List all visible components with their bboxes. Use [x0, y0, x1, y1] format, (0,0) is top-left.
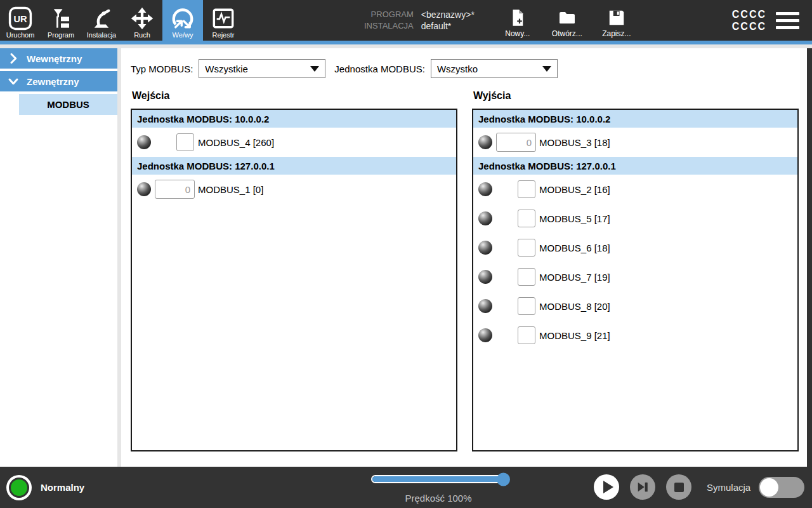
speed-slider-track[interactable] — [371, 475, 506, 483]
io-checkbox[interactable] — [518, 210, 535, 227]
polyscope-screen: UR Uruchom Program — [0, 0, 812, 508]
play-button[interactable] — [594, 474, 619, 500]
io-label: MODBUS_2 [16] — [539, 184, 610, 195]
io-checkbox[interactable] — [176, 133, 194, 151]
chevron-down-icon — [8, 76, 19, 87]
outputs-section: Wyjścia Jednostka MODBUS: 10.0.0.2MODBUS… — [472, 78, 799, 451]
modbus-unit-value: Wszystko — [437, 64, 478, 74]
filter-bar: Typ MODBUS: Wszystkie Jednostka MODBUS: … — [131, 59, 812, 78]
program-info: PROGRAM INSTALACJA <beznazwy>* default* — [364, 0, 475, 41]
io-status-icon — [478, 328, 492, 342]
io-label: MODBUS_9 [21] — [539, 330, 610, 341]
speed-slider-fill — [372, 476, 504, 482]
io-checkbox[interactable] — [518, 268, 535, 286]
sidebar: Wewnętrzny Zewnętrzny MODBUS — [0, 48, 117, 467]
tab-instalacja[interactable]: Instalacja — [81, 0, 122, 41]
io-status-icon — [478, 241, 492, 255]
tab-program[interactable]: Program — [41, 0, 81, 41]
io-status-icon — [478, 135, 492, 149]
modbus-unit-header: Jednostka MODBUS: 127.0.0.1 — [132, 157, 456, 175]
io-row: MODBUS_7 [19] — [473, 262, 797, 291]
stop-button[interactable] — [666, 474, 691, 500]
tab-label: Rejestr — [213, 32, 235, 39]
action-label: Zapisz... — [602, 29, 631, 38]
sidebar-item-modbus[interactable]: MODBUS — [19, 94, 117, 115]
io-row: MODBUS_9 [21] — [473, 321, 797, 350]
robot-status: Normalny — [6, 467, 84, 508]
sidebar-subitem-label: MODBUS — [47, 99, 89, 110]
simulation-label: Symulacja — [707, 467, 750, 508]
io-row: MODBUS_2 [16] — [473, 175, 797, 204]
tab-rejestr[interactable]: Rejestr — [203, 0, 244, 41]
io-label: MODBUS_4 [260] — [198, 137, 274, 148]
io-value-input[interactable] — [155, 180, 195, 199]
io-status-icon — [137, 182, 151, 196]
io-label: MODBUS_7 [19] — [539, 272, 610, 283]
open-folder-icon — [558, 8, 577, 27]
io-status-icon — [478, 299, 492, 313]
new-button[interactable]: Nowy... — [497, 8, 538, 38]
io-row: MODBUS_4 [260] — [132, 128, 456, 157]
robot-arm-icon — [89, 6, 114, 30]
step-forward-icon — [636, 480, 650, 494]
io-checkbox[interactable] — [518, 297, 535, 315]
clock-line: CCCC — [732, 21, 766, 32]
modbus-type-select[interactable]: Wszystkie — [199, 59, 325, 78]
io-label: MODBUS_3 [18] — [539, 137, 610, 148]
io-label: MODBUS_8 [20] — [539, 301, 610, 312]
io-status-icon — [478, 270, 492, 284]
io-checkbox[interactable] — [518, 326, 535, 344]
speed-slider-handle[interactable] — [497, 472, 510, 486]
tab-ruch[interactable]: Ruch — [122, 0, 162, 41]
tab-label: Uruchom — [6, 32, 35, 39]
svg-text:UR: UR — [13, 14, 27, 24]
move-arrows-icon — [130, 6, 154, 30]
io-checkbox[interactable] — [518, 180, 535, 198]
modbus-unit-select[interactable]: Wszystko — [431, 59, 558, 78]
sidebar-item-label: Wewnętrzny — [27, 53, 82, 64]
hamburger-menu-icon — [776, 26, 799, 29]
io-row: MODBUS_5 [17] — [473, 204, 797, 233]
hamburger-menu-icon — [776, 19, 799, 22]
content-area: Wewnętrzny Zewnętrzny MODBUS Typ MODBUS:… — [0, 44, 812, 467]
save-button[interactable]: Zapisz... — [596, 8, 637, 38]
hamburger-menu-button[interactable] — [766, 0, 808, 41]
tab-uruchom[interactable]: UR Uruchom — [0, 0, 41, 41]
open-button[interactable]: Otwórz... — [547, 8, 587, 38]
installation-name: default* — [421, 22, 451, 30]
program-tree-icon — [49, 6, 73, 30]
tab-label: We/wy — [173, 32, 193, 39]
file-actions: Nowy... Otwórz... Zapisz... — [497, 0, 637, 41]
simulation-toggle[interactable] — [759, 477, 804, 498]
speed-slider[interactable] — [371, 475, 506, 483]
top-bar: UR Uruchom Program — [0, 0, 812, 41]
modbus-unit-header: Jednostka MODBUS: 127.0.0.1 — [473, 157, 797, 175]
io-status-icon — [137, 135, 151, 149]
io-value-input[interactable] — [496, 133, 536, 152]
sidebar-item-label: Zewnętrzny — [27, 76, 79, 87]
modbus-type-label: Typ MODBUS: — [131, 64, 193, 74]
speed-label: Prędkość 100% — [371, 493, 506, 504]
step-button[interactable] — [630, 474, 655, 500]
io-checkbox[interactable] — [518, 239, 535, 257]
action-label: Nowy... — [505, 29, 530, 38]
right-edge-strip — [807, 48, 812, 467]
simulation-toggle-knob — [760, 478, 778, 497]
log-waveform-icon — [211, 6, 235, 30]
installation-label: INSTALACJA — [364, 22, 414, 30]
modbus-page: Typ MODBUS: Wszystkie Jednostka MODBUS: … — [121, 48, 812, 467]
sidebar-item-wewnetrzny[interactable]: Wewnętrzny — [0, 48, 117, 69]
status-light-green — [9, 478, 29, 498]
program-label: PROGRAM — [371, 10, 414, 19]
chevron-right-icon — [8, 53, 19, 64]
dropdown-caret-icon — [542, 66, 551, 72]
dropdown-caret-icon — [310, 66, 319, 72]
inputs-section: Wejścia Jednostka MODBUS: 10.0.0.2MODBUS… — [131, 78, 457, 451]
tab-label: Instalacja — [87, 32, 116, 39]
outputs-panel: Jednostka MODBUS: 10.0.0.2MODBUS_3 [18]J… — [472, 109, 799, 451]
outputs-title: Wyjścia — [473, 90, 799, 102]
io-status-icon — [478, 182, 492, 196]
sidebar-item-zewnetrzny[interactable]: Zewnętrzny — [0, 71, 117, 91]
tab-wewy[interactable]: We/wy — [162, 0, 203, 41]
program-name: <beznazwy>* — [421, 10, 475, 19]
